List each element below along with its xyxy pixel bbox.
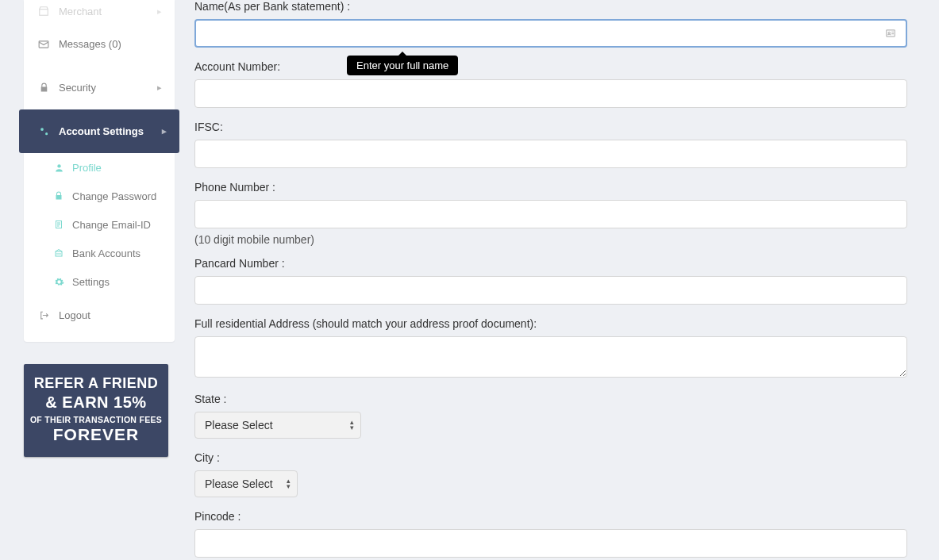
document-icon	[52, 220, 66, 229]
name-input[interactable]	[194, 19, 907, 48]
sidebar-subitem-bank-accounts[interactable]: Bank Accounts	[24, 239, 175, 267]
sidebar-item-security[interactable]: Security ▸	[24, 66, 175, 109]
state-label: State :	[194, 393, 907, 405]
gear-icon	[52, 277, 66, 287]
sidebar-item-label: Change Password	[72, 190, 156, 202]
name-tooltip: Enter your full name	[347, 56, 458, 75]
sidebar-item-label: Messages (0)	[59, 38, 121, 50]
svg-point-4	[57, 164, 60, 167]
account-number-label: Account Number:	[194, 60, 907, 73]
ifsc-label: IFSC:	[194, 121, 907, 133]
promo-line: REFER A FRIEND	[29, 375, 164, 392]
lock-icon	[52, 191, 66, 201]
sidebar-item-label: Logout	[59, 309, 90, 321]
store-icon	[37, 6, 51, 17]
sidebar-item-label: Profile	[72, 162, 102, 174]
sidebar-subitem-change-email[interactable]: Change Email-ID	[24, 210, 175, 239]
sidebar-item-label: Change Email-ID	[72, 219, 151, 231]
phone-helper: (10 digit mobile number)	[194, 233, 907, 246]
logout-icon	[37, 310, 51, 320]
bank-icon	[52, 248, 66, 258]
phone-input[interactable]	[194, 200, 907, 228]
phone-label: Phone Number :	[194, 181, 907, 194]
ifsc-input[interactable]	[194, 140, 907, 168]
account-settings-submenu: Profile Change Password Change Email-ID	[24, 153, 175, 296]
sidebar-item-account-settings[interactable]: Account Settings ▸	[19, 109, 179, 153]
promo-line: FOREVER	[29, 425, 164, 444]
chevron-right-icon: ▸	[162, 126, 167, 136]
pan-label: Pancard Number :	[194, 257, 907, 270]
account-number-input[interactable]	[194, 79, 907, 108]
svg-point-2	[40, 128, 44, 131]
svg-point-8	[888, 32, 890, 33]
state-select[interactable]: Please Select	[195, 412, 297, 438]
bank-account-form: Name(As per Bank statement) : Account Nu…	[175, 0, 939, 560]
chevron-right-icon: ▸	[157, 82, 162, 93]
address-textarea[interactable]	[194, 336, 907, 378]
pan-input[interactable]	[194, 276, 907, 305]
user-icon	[52, 163, 66, 173]
sidebar-item-messages[interactable]: Messages (0)	[24, 22, 175, 66]
svg-rect-0	[40, 10, 48, 16]
address-label: Full residential Address (should match y…	[194, 317, 907, 330]
referral-promo[interactable]: REFER A FRIEND & EARN 15% OF THEIR TRANS…	[24, 364, 168, 457]
mail-icon	[37, 39, 51, 50]
pincode-label: Pincode :	[194, 510, 907, 523]
sidebar-subitem-change-password[interactable]: Change Password	[24, 182, 175, 210]
sidebar-item-label: Merchant	[59, 6, 102, 17]
name-label: Name(As per Bank statement) :	[194, 0, 907, 13]
sidebar-item-label: Account Settings	[59, 125, 144, 137]
sidebar-item-label: Bank Accounts	[72, 247, 140, 259]
city-label: City :	[194, 451, 907, 464]
chevron-right-icon: ▸	[157, 6, 162, 17]
sidebar-subitem-settings[interactable]: Settings	[24, 267, 175, 296]
pincode-input[interactable]	[194, 529, 907, 558]
sidebar-item-logout[interactable]: Logout	[24, 296, 175, 334]
select-arrows-icon: ▴▾	[350, 420, 354, 431]
lock-icon	[37, 82, 51, 93]
sidebar-nav: Merchant ▸ Messages (0) Security ▸	[24, 0, 175, 342]
gears-icon	[37, 125, 51, 137]
promo-line: & EARN 15%	[29, 393, 164, 412]
promo-line: OF THEIR TRANSACTION FEES	[29, 415, 164, 424]
contact-card-icon	[885, 28, 896, 39]
sidebar-item-label: Security	[59, 82, 96, 94]
sidebar-item-label: Settings	[72, 276, 110, 288]
sidebar-subitem-profile[interactable]: Profile	[24, 153, 175, 182]
city-select[interactable]: Please Select	[195, 471, 297, 497]
sidebar-item-merchant[interactable]: Merchant ▸	[24, 0, 175, 22]
svg-point-3	[45, 132, 48, 135]
